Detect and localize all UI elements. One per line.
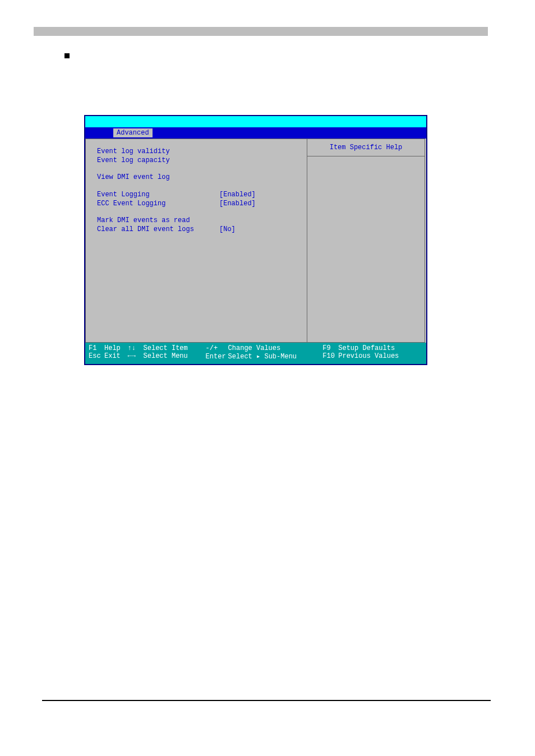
lab-select-item: Select Item — [144, 344, 188, 352]
lab-help: Help — [104, 344, 121, 352]
help-title: Item Specific Help — [307, 139, 425, 156]
key-f9: F9 — [322, 344, 338, 352]
tab-advanced[interactable]: Advanced — [113, 128, 153, 137]
help-body — [307, 156, 425, 342]
page-header-bar — [34, 27, 488, 36]
help-pane: Item Specific Help — [307, 139, 425, 343]
lab-setup-defaults: Setup Defaults — [338, 344, 395, 352]
value-event-logging[interactable]: [Enabled] — [219, 190, 256, 199]
settings-pane: Event log validity Event log capacity Vi… — [85, 139, 307, 343]
key-f10: F10 — [322, 352, 338, 360]
key-updown-icon: ↑↓ — [128, 344, 144, 352]
lab-exit: Exit — [104, 352, 121, 360]
label-ecc-event-logging: ECC Event Logging — [97, 199, 219, 208]
key-f1: F1 — [89, 344, 104, 352]
key-enter: Enter — [206, 353, 228, 361]
row-view-dmi-event-log[interactable]: View DMI event log — [97, 173, 301, 182]
row-mark-dmi-read[interactable]: Mark DMI events as read — [97, 216, 301, 225]
lab-select-menu: Select Menu — [144, 352, 188, 360]
label-event-logging: Event Logging — [97, 190, 219, 199]
key-legend: F1Help EscExit ↑↓Select Item ←→Select Me… — [85, 343, 426, 364]
lab-select-submenu: Select ▸ Sub-Menu — [228, 352, 297, 361]
key-esc: Esc — [89, 352, 104, 360]
row-event-log-capacity[interactable]: Event log capacity — [97, 156, 301, 165]
bullet-icon — [64, 53, 70, 58]
value-ecc-event-logging[interactable]: [Enabled] — [219, 199, 256, 208]
row-event-log-validity[interactable]: Event log validity — [97, 147, 301, 156]
label-mark-dmi-read: Mark DMI events as read — [97, 216, 219, 225]
key-plusminus: -/+ — [206, 344, 228, 352]
bios-window: Advanced Event log validity Event log ca… — [84, 115, 427, 365]
label-event-log-validity: Event log validity — [97, 147, 219, 156]
key-leftright-icon: ←→ — [128, 352, 144, 360]
label-view-dmi-event-log: View DMI event log — [97, 173, 219, 182]
label-event-log-capacity: Event log capacity — [97, 156, 219, 165]
page-footer-rule — [42, 700, 491, 701]
lab-previous-values: Previous Values — [338, 352, 399, 360]
value-clear-dmi-logs[interactable]: [No] — [219, 225, 236, 234]
label-clear-dmi-logs: Clear all DMI event logs — [97, 225, 219, 234]
menu-tab-bar: Advanced — [85, 127, 426, 139]
frame-top-bar — [85, 116, 426, 127]
row-event-logging[interactable]: Event Logging [Enabled] — [97, 190, 301, 199]
row-ecc-event-logging[interactable]: ECC Event Logging [Enabled] — [97, 199, 301, 208]
bios-body: Event log validity Event log capacity Vi… — [85, 139, 426, 343]
lab-change-values: Change Values — [228, 344, 281, 352]
row-clear-dmi-logs[interactable]: Clear all DMI event logs [No] — [97, 225, 301, 234]
